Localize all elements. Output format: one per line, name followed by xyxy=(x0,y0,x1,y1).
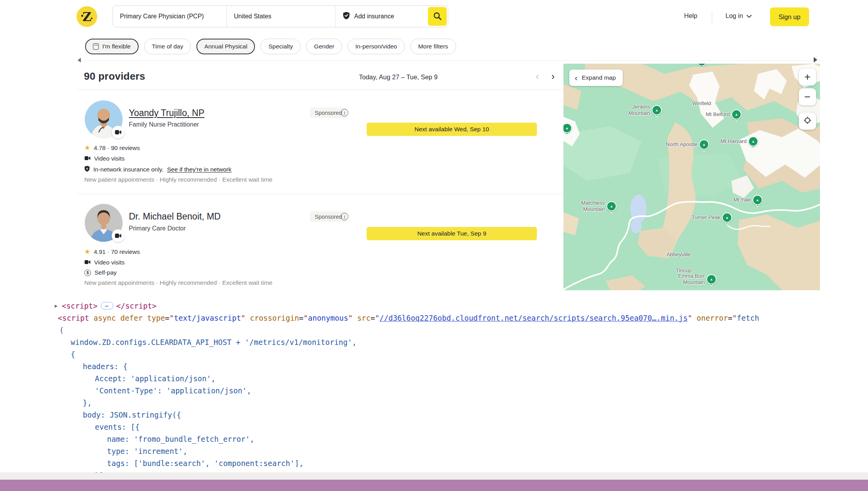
video-badge-icon xyxy=(112,126,125,139)
filter-chip-annual-physical[interactable]: Annual Physical xyxy=(196,39,255,54)
code-line: headers: { xyxy=(0,360,868,372)
code-segment xyxy=(89,314,93,322)
mountain-pin-icon xyxy=(748,136,758,146)
mountain-pin-icon xyxy=(731,109,741,120)
map-label: North Apostle xyxy=(666,141,697,148)
login-button[interactable]: Log in xyxy=(725,12,752,20)
signup-button[interactable]: Sign up xyxy=(770,7,809,26)
chip-label: I'm flexible xyxy=(102,43,131,50)
map-label: Matchless Mountain xyxy=(569,200,605,212)
search-bar: Primary Care Physician (PCP) United Stat… xyxy=(112,5,448,27)
logo-dot xyxy=(81,15,83,17)
map-marker-jenkins-mountain[interactable]: Jenkins Mountain xyxy=(652,105,662,115)
code-segment: crossorigin xyxy=(250,314,299,322)
prev-dates-button[interactable] xyxy=(536,71,539,81)
provider-title: Family Nurse Practitioner xyxy=(129,121,199,128)
code-segment: events: [{ xyxy=(95,423,139,431)
specialty-input[interactable]: Primary Care Physician (PCP) xyxy=(113,6,226,27)
code-line: ( xyxy=(0,324,868,336)
location-value: United States xyxy=(234,13,271,20)
filter-chip-more-filters[interactable]: More filters xyxy=(410,39,456,54)
zocdoc-logo[interactable]: Z xyxy=(77,6,97,27)
location-input[interactable]: United States xyxy=(227,6,335,27)
next-available-button[interactable]: Next available Tue, Sep 9 xyxy=(367,227,537,240)
code-segment: " xyxy=(688,314,692,322)
map-marker-north-apostle[interactable]: North Apostle xyxy=(699,139,709,150)
expand-map-button[interactable]: Expand map xyxy=(569,70,623,86)
video-visits-label: Video visits xyxy=(94,259,125,266)
filter-chip-gender[interactable]: Gender xyxy=(306,39,342,54)
filter-chip-i-m-flexible[interactable]: I'm flexible xyxy=(85,39,139,54)
provider-avatar[interactable] xyxy=(85,204,123,242)
code-segment xyxy=(246,314,250,322)
map-marker-emma-burr-mountain[interactable]: Emma Burr Mountain xyxy=(706,274,717,284)
code-segment: " xyxy=(241,314,245,322)
dollar-icon xyxy=(84,270,91,276)
provider-avatar[interactable] xyxy=(85,100,123,138)
provider-title: Primary Care Doctor xyxy=(129,225,186,232)
help-link[interactable]: Help xyxy=(684,12,697,20)
chip-label: Annual Physical xyxy=(204,43,247,50)
video-badge-icon xyxy=(112,229,125,242)
locate-button[interactable] xyxy=(799,112,816,130)
providers-count: 90 providers xyxy=(84,70,145,82)
expand-map-label: Expand map xyxy=(582,74,616,81)
provider-name-link[interactable]: Dr. Michael Benoit, MD xyxy=(129,211,221,222)
map-marker[interactable] xyxy=(697,64,707,66)
rating-row: 4.78 · 90 reviews xyxy=(84,145,140,152)
map-marker-matchless-mountain[interactable]: Matchless Mountain xyxy=(606,201,617,211)
code-line: <script async defer type="text/javascrip… xyxy=(0,312,868,324)
next-dates-button[interactable] xyxy=(551,71,554,81)
logo-letter: Z xyxy=(82,10,91,24)
rating-text: 4.91 · 70 reviews xyxy=(94,248,140,255)
code-segment: " xyxy=(348,314,353,322)
filter-chip-specialty[interactable]: Specialty xyxy=(260,39,301,54)
code-line: body: JSON.stringify({ xyxy=(0,409,868,421)
mountain-pin-icon xyxy=(563,123,572,133)
logo-dot xyxy=(91,18,93,20)
code-expander-icon[interactable]: ⋯ xyxy=(101,302,113,309)
scroll-right-arrow-icon[interactable] xyxy=(814,57,817,62)
top-header: Z Primary Care Physician (PCP) United St… xyxy=(0,0,868,34)
code-segment: " xyxy=(375,314,379,322)
map-marker[interactable] xyxy=(563,123,572,133)
info-icon[interactable] xyxy=(341,213,348,220)
star-icon xyxy=(84,248,90,255)
filter-chip-in-person-video[interactable]: In-person/video xyxy=(348,39,405,54)
zoom-in-button[interactable] xyxy=(799,68,816,86)
next-available-button[interactable]: Next available Wed, Sep 10 xyxy=(367,123,537,136)
provider-summary: New patient appointments · Highly recomm… xyxy=(84,176,273,183)
search-button[interactable] xyxy=(428,7,447,26)
insurance-shield-icon xyxy=(343,12,350,21)
disclosure-triangle-icon[interactable]: ▶ xyxy=(55,303,57,309)
chips-divider xyxy=(77,61,825,61)
map-marker-mt-yale[interactable]: Mt Yale xyxy=(752,195,763,205)
horizontal-scrollbar[interactable] xyxy=(0,473,868,480)
zoom-out-button[interactable] xyxy=(799,88,816,105)
map-marker-mt-belford[interactable]: Mt Belford xyxy=(731,109,741,120)
code-segment: = xyxy=(299,314,303,322)
scroll-left-arrow-icon[interactable] xyxy=(78,58,81,62)
star-icon xyxy=(84,145,90,152)
in-network-link[interactable]: See if they're in network xyxy=(167,166,232,173)
map-label: Emma Burr Mountain xyxy=(669,273,705,285)
code-segment: text/javascript xyxy=(174,314,241,322)
calendar-icon xyxy=(93,43,99,50)
card-divider xyxy=(77,194,563,194)
map-marker-mt-harvard[interactable]: Mt Harvard xyxy=(748,136,758,146)
chip-label: Gender xyxy=(314,43,334,50)
code-segment: { xyxy=(71,350,75,359)
filter-chip-time-of-day[interactable]: Time of day xyxy=(144,39,191,54)
map-panel[interactable]: Jenkins MountainMt BelfordNorth ApostleM… xyxy=(563,64,820,290)
map-label: Mt Yale xyxy=(733,197,751,203)
code-segment: = xyxy=(371,314,375,322)
mountain-pin-icon xyxy=(652,105,662,115)
code-segment: </script> xyxy=(116,302,157,310)
info-icon[interactable] xyxy=(341,109,348,116)
code-line: }, xyxy=(0,396,868,409)
code-segment: anonymous xyxy=(308,314,348,322)
chip-label: In-person/video xyxy=(355,43,397,50)
provider-name-link[interactable]: Yoandy Trujillo, NP xyxy=(129,108,204,118)
map-marker-turner-peak[interactable]: Turner Peak xyxy=(722,212,732,223)
code-segment: " xyxy=(169,314,174,322)
